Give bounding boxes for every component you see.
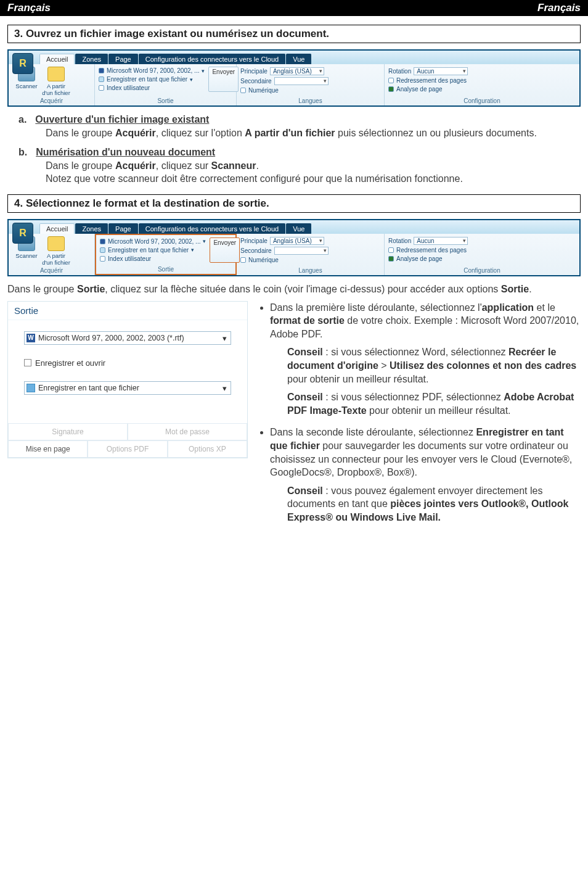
numerique-checkbox[interactable]: Numérique	[240, 87, 380, 94]
checkbox-icon	[388, 78, 394, 83]
page-header: Français Français	[0, 0, 588, 16]
sortie-tabs: Signature Mot de passe	[8, 423, 247, 440]
ribbon-tabs: R Accueil Zones Page Configuration des c…	[9, 51, 579, 64]
lang-secondaire-label: Secondaire	[240, 247, 272, 254]
group-acquerir-label: Acquérir	[12, 266, 91, 274]
tab-cloud[interactable]: Configuration des connecteurs vers le Cl…	[139, 223, 285, 234]
folder-icon	[47, 236, 65, 251]
destination-select[interactable]: Enregistrer en tant que fichier	[24, 381, 231, 395]
item-b-body: Dans le groupe Acquérir, cliquez sur Sca…	[46, 159, 570, 186]
tab-accueil[interactable]: Accueil	[39, 223, 75, 234]
group-langues-label: Langues	[240, 96, 380, 104]
tab-motdepasse[interactable]: Mot de passe	[128, 424, 247, 440]
tip-word: Conseil : si vous sélectionnez Word, sél…	[287, 345, 581, 386]
rotation-dropdown[interactable]: Aucun	[414, 237, 468, 245]
checkbox-icon	[388, 247, 394, 253]
item-b-letter: b.	[18, 146, 27, 159]
tab-signature[interactable]: Signature	[8, 424, 128, 440]
envoyer-button[interactable]: Envoyer	[208, 67, 239, 92]
user-index-checkbox[interactable]: Index utilisateur	[100, 255, 206, 262]
format-select[interactable]: W Microsoft Word 97, 2000, 2002, 2003 (*…	[24, 331, 231, 345]
save-as-dropdown[interactable]: Enregistrer en tant que fichier▾	[99, 76, 205, 83]
checkbox-icon	[240, 257, 246, 263]
lang-secondaire-dropdown[interactable]	[274, 247, 329, 255]
sortie-dialog-title: Sortie	[8, 302, 247, 320]
tab-accueil[interactable]: Accueil	[39, 54, 75, 64]
app-logo-icon[interactable]: R	[12, 223, 33, 244]
lang-principale-label: Principale	[240, 237, 267, 244]
check-icon	[388, 86, 394, 92]
section-4-title: 4. Sélectionnez le format et la destinat…	[7, 194, 581, 213]
ribbon-body: Scanner A partir d'un fichier Acquérir M…	[9, 64, 579, 105]
list-item: Dans la seconde liste déroulante, sélect…	[270, 426, 581, 524]
tab-page[interactable]: Page	[108, 54, 138, 64]
lang-secondaire-label: Secondaire	[240, 78, 272, 85]
tab-cloud[interactable]: Configuration des connecteurs vers le Cl…	[139, 54, 285, 64]
folder-icon	[47, 67, 65, 81]
header-right: Français	[537, 2, 581, 14]
group-sortie-highlighted: Microsoft Word 97, 2000, 2002, ...▾ Enre…	[95, 234, 237, 275]
deskew-checkbox[interactable]: Redressement des pages	[388, 247, 576, 254]
tab-vue[interactable]: Vue	[286, 54, 311, 64]
save-as-dropdown[interactable]: Enregistrer en tant que fichier▾	[100, 247, 206, 254]
ribbon-body-2: Scanner A partir d'un fichier Acquérir M…	[9, 234, 579, 275]
item-a-letter: a.	[18, 113, 27, 126]
checkbox-icon	[100, 256, 105, 262]
app-logo-icon[interactable]: R	[12, 53, 33, 74]
user-index-checkbox[interactable]: Index utilisateur	[99, 85, 205, 91]
header-left: Français	[7, 2, 51, 14]
page-analysis-checkbox[interactable]: Analyse de page	[388, 255, 576, 262]
tab-options-xp[interactable]: Options XP	[168, 441, 247, 458]
instructions-3: a. Ouverture d'un fichier image existant…	[18, 113, 570, 186]
rotation-dropdown[interactable]: Aucun	[414, 67, 468, 75]
cloud-icon	[100, 247, 105, 253]
group-sortie-label: Sortie	[100, 265, 232, 273]
ribbon-2: Readiris - C:\Windows\System32\config\sy…	[7, 219, 581, 276]
floppy-icon	[27, 384, 35, 392]
checkbox-icon	[99, 85, 104, 91]
group-langues: PrincipaleAnglais (USA) Secondaire Numér…	[237, 234, 385, 275]
tab-zones[interactable]: Zones	[75, 223, 108, 234]
page-analysis-checkbox[interactable]: Analyse de page	[388, 86, 576, 93]
checkbox-icon	[240, 88, 246, 93]
from-file-button[interactable]: A partir d'un fichier	[42, 236, 70, 266]
lang-principale-dropdown[interactable]: Anglais (USA)	[270, 67, 324, 75]
sortie-tabs-2: Mise en page Options PDF Options XP	[8, 440, 247, 458]
group-langues-label: Langues	[240, 266, 380, 274]
group-langues: PrincipaleAnglais (USA) Secondaire Numér…	[237, 64, 385, 105]
instructions-list: Dans la première liste déroulante, sélec…	[258, 301, 581, 533]
format-dropdown[interactable]: Microsoft Word 97, 2000, 2002, ...▾	[99, 67, 205, 74]
section-3-title: 3. Ouvrez un fichier image existant ou n…	[7, 25, 581, 43]
numerique-checkbox[interactable]: Numérique	[240, 257, 380, 263]
tab-miseenpage[interactable]: Mise en page	[8, 441, 88, 458]
from-file-label: A partir d'un fichier	[42, 83, 70, 96]
save-and-open-checkbox[interactable]: Enregistrer et ouvrir	[24, 358, 231, 368]
item-a-body: Dans le groupe Acquérir, cliquez sur l'o…	[46, 126, 570, 140]
tab-page[interactable]: Page	[108, 223, 138, 234]
sortie-intro: Dans le groupe Sortie, cliquez sur la fl…	[7, 283, 570, 296]
sortie-dialog: Sortie W Microsoft Word 97, 2000, 2002, …	[7, 301, 248, 458]
lang-secondaire-dropdown[interactable]	[274, 77, 329, 85]
cloud-icon	[99, 76, 104, 82]
deskew-checkbox[interactable]: Redressement des pages	[388, 77, 576, 84]
tab-zones[interactable]: Zones	[75, 54, 108, 64]
tab-options-pdf[interactable]: Options PDF	[88, 441, 167, 458]
item-a-title: Ouverture d'un fichier image existant	[35, 113, 209, 126]
format-dropdown[interactable]: Microsoft Word 97, 2000, 2002, ...▾	[100, 238, 206, 245]
word-icon	[99, 68, 104, 73]
scanner-label: Scanner	[15, 83, 37, 89]
group-sortie: Microsoft Word 97, 2000, 2002, ...▾ Enre…	[95, 64, 237, 105]
ribbon-1: Readiris R Accueil Zones Page Configurat…	[7, 49, 581, 107]
word-icon: W	[27, 334, 35, 342]
envoyer-button[interactable]: Envoyer	[210, 237, 240, 263]
lang-principale-dropdown[interactable]: Anglais (USA)	[270, 237, 324, 245]
check-icon	[388, 256, 394, 262]
group-sortie-label: Sortie	[99, 96, 232, 104]
from-file-button[interactable]: A partir d'un fichier	[42, 67, 70, 96]
rotation-label: Rotation	[388, 68, 411, 75]
tab-vue[interactable]: Vue	[286, 223, 311, 234]
group-config: RotationAucun Redressement des pages Ana…	[385, 64, 579, 105]
word-icon	[100, 239, 105, 244]
group-acquerir-label: Acquérir	[12, 96, 91, 104]
checkbox-icon	[24, 359, 31, 366]
